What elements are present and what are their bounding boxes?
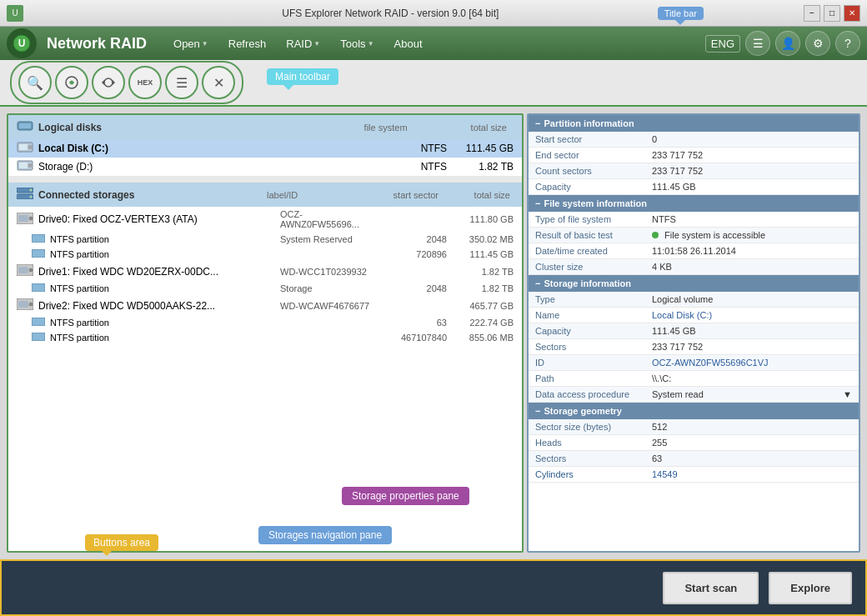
drive1-partition1[interactable]: NTFS partition Storage 2048 1.82 TB xyxy=(8,281,522,296)
drive2-p2-total: 855.06 MB xyxy=(447,333,514,343)
sectors-geometry-value: 63 xyxy=(652,453,852,463)
right-panel: − Partition information Start sector 0 E… xyxy=(527,113,860,553)
drive0-partition2[interactable]: NTFS partition 720896 111.45 GB xyxy=(8,247,522,262)
maximize-button[interactable]: □ xyxy=(824,5,840,22)
drive1-p1-sector: 2048 xyxy=(380,283,447,293)
storage-id-label: ID xyxy=(535,358,652,368)
search-toolbar-button[interactable]: 🔍 xyxy=(18,66,52,99)
menu-refresh[interactable]: Refresh xyxy=(222,34,273,53)
svg-rect-29 xyxy=(32,318,45,326)
sector-size-label: Sector size (bytes) xyxy=(535,422,652,432)
list-toolbar-button[interactable]: ☰ xyxy=(165,66,198,99)
fs-type-row: Type of file system NTFS xyxy=(529,212,859,228)
drive1-row[interactable]: Drive1: Fixed WDC WD20EZRX-00DC... WD-WC… xyxy=(8,262,522,281)
drive1-p1-label: Storage xyxy=(280,283,380,293)
drive1-label: WD-WCC1T0239932 xyxy=(280,267,380,277)
menu-raid[interactable]: RAID ▼ xyxy=(279,34,327,53)
drive2-p2-sector: 467107840 xyxy=(380,333,447,343)
disk-local-c[interactable]: Local Disk (C:) NTFS 111.45 GB xyxy=(8,139,522,158)
status-dot xyxy=(652,232,659,238)
drive2-p1-total: 222.74 GB xyxy=(447,318,514,328)
svg-marker-4 xyxy=(113,80,115,85)
drive0-row[interactable]: Drive0: Fixed OCZ-VERTEX3 (ATA) OCZ-AWNZ… xyxy=(8,207,522,232)
title-bar-icon: U xyxy=(7,5,23,22)
drive0-name: Drive0: Fixed OCZ-VERTEX3 (ATA) xyxy=(38,213,280,225)
svg-point-16 xyxy=(30,196,33,198)
start-sector-label: Start sector xyxy=(535,134,652,144)
sectors-geometry-row: Sectors 63 xyxy=(529,451,859,467)
storage-prop-tooltip: Storage properties pane xyxy=(342,487,469,505)
tools-arrow: ▼ xyxy=(368,40,374,48)
close-button[interactable]: ✕ xyxy=(844,5,860,22)
drive0-p1-label: System Reserved xyxy=(280,234,380,244)
svg-rect-21 xyxy=(32,249,45,258)
start-sector-row: Start sector 0 xyxy=(529,132,859,148)
filesystem-info-label: File system information xyxy=(544,198,646,208)
drive2-partition2[interactable]: NTFS partition 467107840 855.06 MB xyxy=(8,330,522,345)
cluster-size-label: Cluster size xyxy=(535,262,652,272)
sector-size-row: Sector size (bytes) 512 xyxy=(529,419,859,435)
drive0-p2-total: 111.45 GB xyxy=(447,249,514,259)
close-toolbar-button[interactable]: ✕ xyxy=(202,66,235,99)
drive0-p2-sector: 720896 xyxy=(380,249,447,259)
menu-open[interactable]: Open ▼ xyxy=(167,34,215,53)
local-disk-c-total: 111.45 GB xyxy=(447,143,514,154)
storage-type-row: Type Logical volume xyxy=(529,292,859,308)
data-access-row: Data access procedure System read ▼ xyxy=(529,387,859,403)
partition-icon-5 xyxy=(32,333,45,343)
local-disk-c-fs: NTFS xyxy=(380,143,447,154)
drive1-total: 1.82 TB xyxy=(447,267,514,277)
settings-icon-button[interactable]: ⚙ xyxy=(805,31,830,56)
end-sector-label: End sector xyxy=(535,150,652,160)
user-icon-button[interactable]: 👤 xyxy=(775,31,800,56)
menu-about[interactable]: About xyxy=(388,34,429,53)
minimize-button[interactable]: − xyxy=(804,5,820,22)
filesystem-info-header: − File system information xyxy=(529,195,859,212)
menu-right: ENG ☰ 👤 ⚙ ? xyxy=(705,31,860,56)
sync-toolbar-button[interactable] xyxy=(92,66,125,99)
data-access-dropdown[interactable]: ▼ xyxy=(843,389,852,399)
toolbar-region: 🔍 HEX ☰ ✕ xyxy=(10,61,243,104)
storage-sectors-label: Sectors xyxy=(535,342,652,352)
start-sector-value: 0 xyxy=(652,134,852,144)
collapse-arrow-partition: − xyxy=(535,118,540,128)
connected-storages-label: Connected storages xyxy=(38,189,134,201)
drive2-partition1[interactable]: NTFS partition 63 222.74 GB xyxy=(8,315,522,330)
storage-capacity-label: Capacity xyxy=(535,326,652,336)
drive0-label: OCZ-AWNZ0FW55696... xyxy=(280,209,380,229)
hex-toolbar-button[interactable]: HEX xyxy=(128,66,162,99)
partition-icon-3 xyxy=(32,283,45,293)
drive0-partition1[interactable]: NTFS partition System Reserved 2048 350.… xyxy=(8,232,522,247)
heads-value: 255 xyxy=(652,438,852,448)
data-access-label: Data access procedure xyxy=(535,389,652,399)
svg-point-19 xyxy=(29,217,33,220)
app-name: Network RAID xyxy=(47,35,147,53)
explore-button[interactable]: Explore xyxy=(769,572,852,604)
partition-info-label: Partition information xyxy=(544,118,634,128)
drive1-p1-name: NTFS partition xyxy=(50,283,280,293)
drive1-icon xyxy=(17,264,33,278)
language-button[interactable]: ENG xyxy=(705,35,740,53)
menu-icon-button[interactable]: ☰ xyxy=(745,31,770,56)
svg-rect-20 xyxy=(32,234,45,243)
local-disk-c-name: Local Disk (C:) xyxy=(38,143,380,154)
title-bar: U UFS Explorer Network RAID - version 9.… xyxy=(0,0,867,27)
svg-rect-30 xyxy=(32,333,45,341)
buttons-area-tooltip: Buttons area xyxy=(85,534,158,551)
connected-storages-icon xyxy=(17,188,33,202)
count-sectors-value: 233 717 752 xyxy=(652,166,852,176)
start-scan-button[interactable]: Start scan xyxy=(663,572,759,604)
datetime-value: 11:01:58 26.11.2014 xyxy=(652,246,852,256)
storage-d-icon xyxy=(17,160,33,173)
menu-tools[interactable]: Tools ▼ xyxy=(333,34,380,53)
connected-storages-header: Connected storages label/ID start sector… xyxy=(8,183,522,207)
drive2-row[interactable]: Drive2: Fixed WDC WD5000AAKS-22... WD-WC… xyxy=(8,296,522,315)
help-icon-button[interactable]: ? xyxy=(835,31,860,56)
svg-rect-11 xyxy=(19,163,28,168)
browse-toolbar-button[interactable] xyxy=(55,66,88,99)
drive2-label: WD-WCAWF4676677 xyxy=(280,301,380,311)
capacity-partition-row: Capacity 111.45 GB xyxy=(529,179,859,195)
disk-storage-d[interactable]: Storage (D:) NTFS 1.82 TB xyxy=(8,158,522,176)
end-sector-row: End sector 233 717 752 xyxy=(529,148,859,163)
window-controls[interactable]: − □ ✕ xyxy=(804,5,860,22)
